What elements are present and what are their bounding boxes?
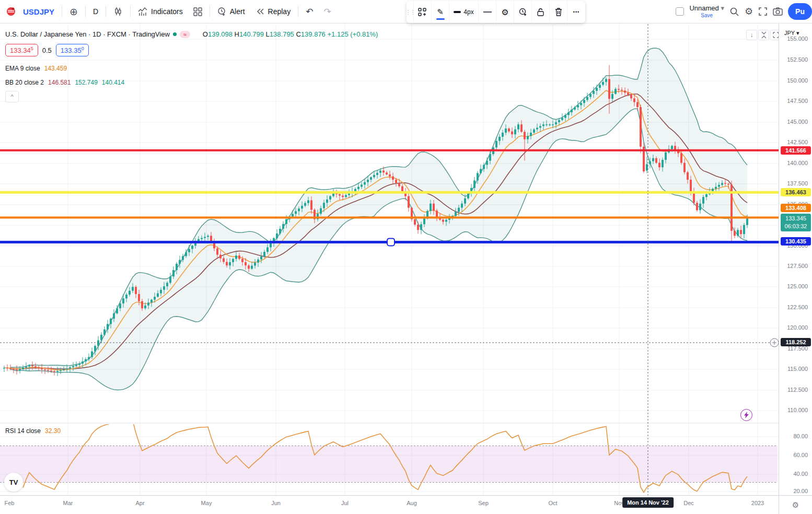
candle-body (683, 163, 686, 172)
candle-body (226, 262, 228, 265)
time-axis[interactable]: FebMarAprMayJunJulAugSepOctNovDec2023Mon… (0, 495, 779, 514)
candle-body (517, 124, 519, 129)
active-color-indicator (436, 18, 445, 20)
symbol-button[interactable]: USDJPY (18, 3, 60, 20)
candle-body (721, 183, 723, 185)
search-icon[interactable] (729, 7, 739, 17)
time-axis-settings-gear-icon[interactable]: ⚙ (779, 495, 812, 514)
candle-body (480, 169, 482, 173)
price-pane (3, 48, 748, 390)
thickness-label: 4px (463, 8, 473, 16)
indicators-icon (138, 7, 148, 17)
bb-legend-row[interactable]: BB 20 close 2 146.581 152.749 140.414 (5, 79, 124, 86)
candle-body (235, 255, 237, 259)
candle-body (119, 303, 121, 308)
candle-body (558, 120, 560, 122)
candle-body (78, 364, 80, 365)
broker-logo-icon[interactable] (6, 7, 16, 16)
settings-gear-icon[interactable]: ⚙ (745, 6, 753, 17)
lock-icon[interactable] (532, 1, 550, 23)
candle-body (398, 183, 400, 186)
move-pane-down-icon[interactable]: ↓ (746, 30, 757, 40)
price-chart-canvas[interactable] (0, 0, 812, 514)
time-tick-Aug: Aug (407, 500, 417, 506)
line-style-icon[interactable] (479, 1, 496, 23)
lightning-trade-icon[interactable] (740, 409, 752, 421)
candle-body (473, 181, 475, 188)
indicator-templates-icon[interactable] (188, 3, 207, 20)
candle-body (207, 236, 209, 237)
candle-body (172, 270, 175, 276)
legend-collapse-button[interactable]: ^ (5, 91, 19, 102)
candle-body (621, 90, 623, 91)
candle-body (320, 208, 322, 214)
draw-pencil-icon[interactable]: ✎ (432, 1, 449, 23)
buy-ask-button[interactable]: 133.350 (56, 44, 89, 56)
candle-body (734, 231, 736, 236)
add-symbol-button[interactable]: ⊕ (64, 3, 83, 20)
toolbar-drag-handle[interactable]: ⋮⋮ (407, 1, 414, 23)
candle-body (433, 204, 435, 211)
line-thickness-button[interactable]: 4px (449, 1, 479, 23)
price-tick: 145.000 (787, 119, 808, 125)
sell-bid-button[interactable]: 133.345 (5, 44, 38, 56)
fullscreen-icon[interactable] (758, 7, 768, 16)
candle-body (60, 370, 62, 371)
candle-body (19, 369, 21, 370)
publish-button[interactable]: Pu (788, 3, 812, 20)
chart-type-candles-icon[interactable] (108, 3, 128, 20)
candle-body (718, 185, 720, 187)
tradingview-logo[interactable]: TV (4, 473, 23, 492)
ema-legend-row[interactable]: EMA 9 close 143.459 (5, 65, 67, 72)
candle-body (502, 133, 504, 137)
chart-legend-title[interactable]: U.S. Dollar / Japanese Yen · 1D · FXCM ·… (5, 30, 378, 38)
time-tick-Oct: Oct (548, 500, 557, 506)
candle-body (248, 265, 250, 268)
replay-icon (256, 7, 265, 16)
candle-body (216, 249, 218, 255)
approx-data-badge[interactable]: ≈ (180, 31, 190, 38)
crosshair-time-label: Mon 14 Nov '22 (622, 497, 674, 508)
screenshot-camera-icon[interactable] (773, 7, 783, 17)
candle-body (646, 164, 648, 170)
level-price-label-pivot-orange: 133.408 (781, 204, 811, 212)
level-line-handle[interactable] (387, 238, 395, 246)
candle-body (414, 219, 416, 225)
more-options-icon[interactable]: ••• (567, 1, 585, 23)
add-layout-icon[interactable] (414, 1, 432, 23)
candle-body (674, 146, 676, 149)
add-alert-icon[interactable] (514, 1, 532, 23)
candle-body (705, 194, 707, 197)
crosshair-plus-icon (770, 338, 779, 347)
candle-body (31, 365, 33, 366)
candle-body (495, 141, 497, 148)
delete-trash-icon[interactable] (550, 1, 567, 23)
candle-body (72, 366, 74, 367)
candle-body (376, 173, 378, 175)
price-axis[interactable]: JPY ▾ 155.000152.500150.000147.500145.00… (779, 24, 812, 495)
collapse-pane-icon[interactable] (758, 30, 769, 40)
interval-button[interactable]: D (88, 3, 103, 20)
candle-body (88, 357, 90, 359)
rsi-tick: 40.00 (793, 471, 808, 477)
candle-body (602, 82, 604, 85)
drawing-settings-gear-icon[interactable]: ⚙ (496, 1, 514, 23)
symbol-title[interactable]: U.S. Dollar / Japanese Yen · 1D · FXCM ·… (5, 30, 170, 38)
indicators-button[interactable]: Indicators (133, 3, 188, 20)
redo-button[interactable]: ↷ (318, 3, 336, 20)
undo-button[interactable]: ↶ (300, 3, 318, 20)
alert-button[interactable]: Alert (212, 3, 250, 20)
candle-body (176, 264, 178, 270)
rsi-legend-row[interactable]: RSI 14 close 32.30 (5, 427, 61, 435)
rsi-tick: 20.00 (793, 488, 808, 494)
candle-body (38, 367, 40, 368)
candle-body (169, 276, 171, 283)
layout-checkbox[interactable] (676, 7, 684, 16)
save-layout-label[interactable]: Save (689, 13, 724, 18)
replay-button[interactable]: Replay (250, 3, 296, 20)
candle-body (263, 252, 265, 256)
candle-body (370, 177, 372, 180)
candle-body (630, 95, 632, 98)
layout-name-button[interactable]: Unnamed ▾ Save (689, 5, 724, 18)
candle-body (740, 230, 742, 234)
